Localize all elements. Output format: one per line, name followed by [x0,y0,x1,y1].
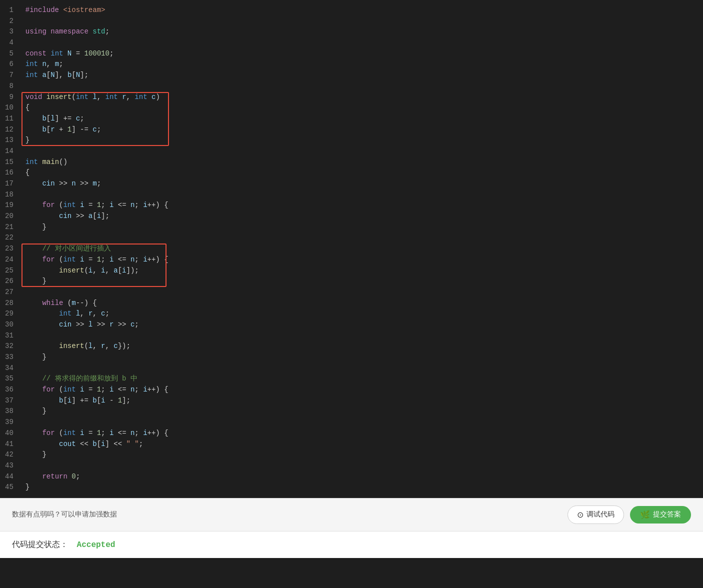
table-row: 26 } [0,276,703,287]
line-number: 27 [0,287,22,298]
table-row: 9void insert(int l, int r, int c) [0,92,703,103]
table-row: 21 } [0,222,703,233]
debug-button[interactable]: ⊙ 调试代码 [568,506,624,524]
line-number: 36 [0,384,22,396]
action-buttons: ⊙ 调试代码 🌿 提交答案 [568,506,691,524]
line-number: 7 [0,70,22,81]
line-number: 20 [0,211,22,222]
line-content: #include <iostream> [22,5,703,16]
line-number: 2 [0,16,22,27]
table-row: 28 while (m--) { [0,298,703,309]
line-content: // 对小区间进行插入 [22,244,703,254]
line-content [22,16,703,27]
hint-text: 数据有点弱吗？可以申请加强数据 [12,510,117,518]
line-content: b[i] += b[i - 1]; [22,396,703,406]
line-content: insert(i, i, a[i]); [22,266,703,276]
line-content: } [22,276,703,287]
line-content: cout << b[i] << " "; [22,439,703,450]
line-number: 34 [0,363,22,374]
line-number: 29 [0,308,22,320]
line-content [22,190,703,200]
status-bar: 代码提交状态： Accepted [0,531,703,558]
table-row: 4 [0,38,703,48]
line-number: 3 [0,26,22,38]
line-content: for (int i = 1; i <= n; i++) { [22,200,703,211]
table-row: 2 [0,16,703,27]
table-row: 22 [0,232,703,244]
upload-icon: 🌿 [640,510,650,520]
line-number: 9 [0,92,22,103]
table-row: 16{ [0,168,703,178]
line-number: 32 [0,341,22,352]
line-number: 41 [0,439,22,450]
line-number: 44 [0,472,22,482]
line-number: 13 [0,135,22,146]
table-row: 38 } [0,406,703,417]
table-row: 6int n, m; [0,59,703,70]
line-content [22,363,703,374]
line-number: 25 [0,266,22,276]
status-label: 代码提交状态： [12,540,68,550]
line-content: int main() [22,157,703,168]
line-content: cin >> n >> m; [22,178,703,190]
line-number: 28 [0,298,22,309]
line-content: { [22,102,703,114]
debug-label: 调试代码 [586,510,614,519]
code-area[interactable]: 1#include <iostream>2 3using namespace s… [0,0,703,498]
line-content [22,417,703,428]
line-content: cin >> l >> r >> c; [22,320,703,330]
line-number: 14 [0,146,22,157]
table-row: 39 [0,417,703,428]
table-row: 7int a[N], b[N]; [0,70,703,81]
table-row: 19 for (int i = 1; i <= n; i++) { [0,200,703,211]
table-row: 29 int l, r, c; [0,308,703,320]
submit-button[interactable]: 🌿 提交答案 [630,506,691,524]
line-number: 12 [0,124,22,136]
line-number: 30 [0,320,22,330]
table-row: 40 for (int i = 1; i <= n; i++) { [0,428,703,439]
line-number: 42 [0,450,22,460]
line-content: while (m--) { [22,298,703,309]
table-row: 33 } [0,352,703,363]
bottom-bar: 数据有点弱吗？可以申请加强数据 ⊙ 调试代码 🌿 提交答案 [0,498,703,531]
line-content: int a[N], b[N]; [22,70,703,81]
line-number: 35 [0,374,22,384]
table-row: 34 [0,363,703,374]
table-row: 13} [0,135,703,146]
line-content: } [22,450,703,460]
line-content: { [22,168,703,178]
table-row: 11 b[l] += c; [0,114,703,124]
line-content: } [22,482,703,493]
line-number: 43 [0,460,22,472]
line-content [22,81,703,92]
line-number: 26 [0,276,22,287]
line-number: 37 [0,396,22,406]
line-content: b[r + 1] -= c; [22,124,703,136]
line-content: int n, m; [22,59,703,70]
table-row: 42 } [0,450,703,460]
table-row: 14 [0,146,703,157]
table-row: 41 cout << b[i] << " "; [0,439,703,450]
line-content: // 将求得的前缀和放到 b 中 [22,374,703,384]
line-number: 19 [0,200,22,211]
line-number: 39 [0,417,22,428]
line-content: } [22,222,703,233]
line-number: 18 [0,190,22,200]
line-content: return 0; [22,472,703,482]
line-number: 21 [0,222,22,233]
line-content: int l, r, c; [22,308,703,320]
line-content: } [22,135,703,146]
line-number: 11 [0,114,22,124]
line-number: 31 [0,330,22,342]
table-row: 12 b[r + 1] -= c; [0,124,703,136]
line-content: } [22,406,703,417]
line-content [22,287,703,298]
line-content: } [22,352,703,363]
line-number: 45 [0,482,22,493]
hint-section: 数据有点弱吗？可以申请加强数据 [12,510,117,519]
line-content: b[l] += c; [22,114,703,124]
line-content: for (int i = 1; i <= n; i++) { [22,384,703,396]
line-number: 15 [0,157,22,168]
line-content [22,330,703,342]
line-content: const int N = 100010; [22,48,703,60]
